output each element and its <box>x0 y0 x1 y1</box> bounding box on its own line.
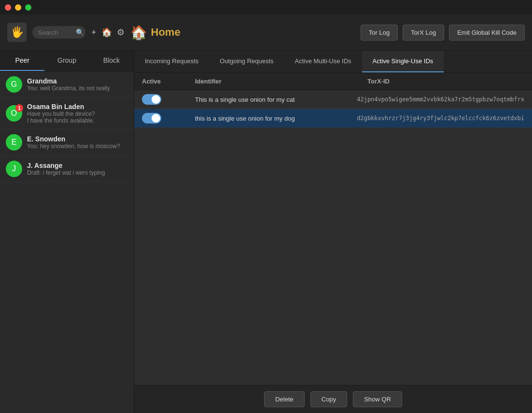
contact-name: Grandma <box>27 77 110 85</box>
search-icon: 🔍 <box>76 28 84 36</box>
topbar-buttons: Tor Log TorX Log Emit Global Kill Code <box>361 25 525 41</box>
cell-active <box>134 113 187 124</box>
cell-identifier: this is a single use onion for my dog <box>187 115 349 122</box>
home-nav-icon[interactable]: 🏠 <box>101 27 112 38</box>
table-row[interactable]: this is a single use onion for my dog d2… <box>134 109 532 128</box>
app-logo: 🖐 <box>7 23 27 42</box>
header-identifier: Identifier <box>187 78 360 85</box>
data-table: Active Identifier TorX-ID This is a sing… <box>134 73 532 385</box>
contact-name: J. Assange <box>27 162 105 169</box>
main-content: Peer Group Block G Grandma You: well Gra… <box>0 51 532 413</box>
copy-button[interactable]: Copy <box>310 391 347 407</box>
contact-name: Osama Bin Laden <box>27 103 95 110</box>
torx-log-button[interactable]: TorX Log <box>403 25 444 41</box>
contact-preview-2: I have the funds available. <box>27 117 95 124</box>
contact-preview: Have you built the device? <box>27 110 95 117</box>
contact-list: G Grandma You: well Grandma, its not rea… <box>0 71 134 413</box>
cell-active <box>134 94 187 105</box>
bottom-bar: Delete Copy Show QR <box>134 385 532 413</box>
unread-badge: 1 <box>15 104 23 112</box>
tab-incoming[interactable]: Incoming Requests <box>134 51 209 72</box>
avatar: E <box>6 134 22 151</box>
contact-preview: You: hey snowden. how is moscow? <box>27 143 120 150</box>
tab-outgoing[interactable]: Outgoing Requests <box>209 51 284 72</box>
show-qr-button[interactable]: Show QR <box>353 391 402 407</box>
tab-single[interactable]: Active Single-Use IDs <box>362 51 444 72</box>
toggle-active[interactable] <box>142 94 161 105</box>
search-input[interactable] <box>38 29 72 36</box>
header-torxid: TorX-ID <box>360 78 532 85</box>
list-item[interactable]: O 1 Osama Bin Laden Have you built the d… <box>0 98 134 129</box>
logo-icon: 🖐 <box>11 26 24 39</box>
avatar: O 1 <box>6 105 22 122</box>
cell-torxid: 42jpn4vpo5wigee5mmm2vvbk62ka7r2m5tgpbzw7… <box>349 96 532 103</box>
header-active: Active <box>134 78 187 85</box>
avatar: J <box>6 161 22 177</box>
maximize-button[interactable] <box>25 4 31 11</box>
home-icon: 🏠 <box>130 25 147 41</box>
topbar: 🖐 🔍 + 🏠 ⚙ 🏠 Home Tor Log TorX Log Emit G… <box>0 14 532 51</box>
home-section: 🏠 Home <box>130 25 181 41</box>
search-box[interactable]: 🔍 <box>32 26 85 39</box>
tab-peer[interactable]: Peer <box>0 51 44 71</box>
titlebar <box>0 0 532 14</box>
delete-button[interactable]: Delete <box>264 391 305 407</box>
list-item[interactable]: E E. Snowden You: hey snowden. how is mo… <box>0 129 134 156</box>
list-item[interactable]: J J. Assange Draft: i ferget wat i wers … <box>0 156 134 182</box>
sidebar: Peer Group Block G Grandma You: well Gra… <box>0 51 134 413</box>
table-row[interactable]: This is a single use onion for my cat 42… <box>134 90 532 109</box>
sidebar-tabs: Peer Group Block <box>0 51 134 71</box>
tab-multi[interactable]: Active Multi-Use IDs <box>284 51 362 72</box>
panel-tabs: Incoming Requests Outgoing Requests Acti… <box>134 51 532 73</box>
contact-name: E. Snowden <box>27 135 120 143</box>
cell-torxid: d2gbkkxvhrzr7j3jg4ry3fjwlc2kp7elccfck6z6… <box>349 115 532 122</box>
avatar: G <box>6 76 22 93</box>
add-button[interactable]: + <box>91 28 97 38</box>
tor-log-button[interactable]: Tor Log <box>361 25 398 41</box>
topbar-icons: + 🏠 ⚙ <box>91 27 125 38</box>
close-button[interactable] <box>5 4 11 11</box>
table-header: Active Identifier TorX-ID <box>134 73 532 90</box>
list-item[interactable]: G Grandma You: well Grandma, its not rea… <box>0 71 134 98</box>
minimize-button[interactable] <box>15 4 21 11</box>
page-title: Home <box>151 26 181 39</box>
tab-block[interactable]: Block <box>89 51 134 71</box>
right-panel: Incoming Requests Outgoing Requests Acti… <box>134 51 532 413</box>
settings-icon[interactable]: ⚙ <box>117 27 125 38</box>
contact-preview: Draft: i ferget wat i wers typing <box>27 169 105 176</box>
emit-kill-button[interactable]: Emit Global Kill Code <box>449 25 525 41</box>
cell-identifier: This is a single use onion for my cat <box>187 96 349 103</box>
contact-preview: You: well Grandma, its not really <box>27 85 110 92</box>
toggle-active[interactable] <box>142 113 161 124</box>
tab-group[interactable]: Group <box>44 51 89 71</box>
